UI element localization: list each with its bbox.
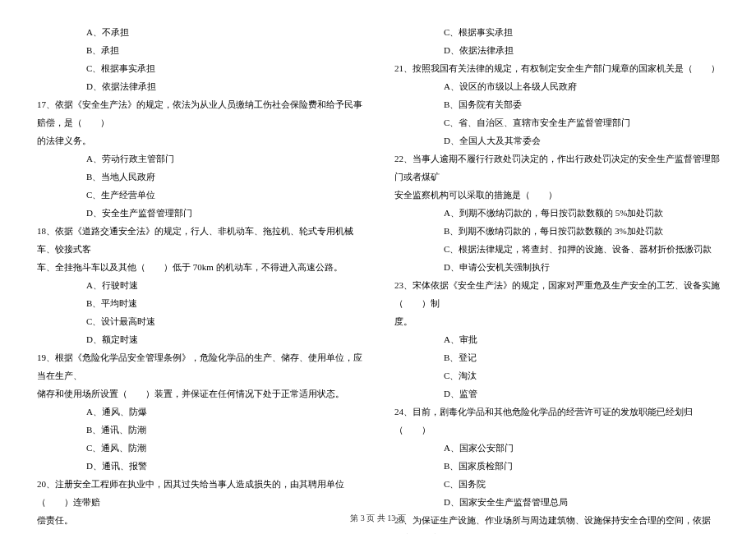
q19-option-b: B、通讯、防潮 [33,421,366,439]
q22-option-c: C、根据法律规定，将查封、扣押的设施、设备、器材折价抵缴罚款 [390,240,723,258]
q16-option-a: A、不承担 [33,23,366,41]
q16-option-b: B、承担 [33,41,366,59]
q17-option-b: B、当地人民政府 [33,168,366,186]
q18-option-b: B、平均时速 [33,294,366,312]
q19-option-d: D、通讯、报警 [33,457,366,475]
q16-option-c: C、根据事实承担 [33,59,366,77]
q23-text-line1: 23、宋体依据《安全生产法》的规定，国家对严重危及生产安全的工艺、设备实施（ ）… [390,276,723,312]
q19-option-c: C、通风、防潮 [33,439,366,457]
q20-option-a: A、不承担 [33,529,366,534]
q20-text-line1: 20、注册安全工程师在执业中，因其过失给当事人造成损失的，由其聘用单位（ ）连带… [33,475,366,511]
q19-text-line1: 19、根据《危险化学品安全管理条例》，危险化学品的生产、储存、使用单位，应当在生… [33,348,366,384]
q21-option-b: B、国务院有关部委 [390,95,723,113]
q21-text: 21、按照我国有关法律的规定，有权制定安全生产部门规章的国家机关是（ ） [390,59,723,77]
q17-option-a: A、劳动行政主管部门 [33,150,366,168]
q17-option-c: C、生产经营单位 [33,186,366,204]
q18-text-line1: 18、依据《道路交通安全法》的规定，行人、非机动车、拖拉机、轮式专用机械车、铰接… [33,222,366,258]
q20-option-d: D、依据法律承担 [390,41,723,59]
right-column: C、根据事实承担 D、依据法律承担 21、按照我国有关法律的规定，有权制定安全生… [390,23,723,534]
q24-option-d: D、国家安全生产监督管理总局 [390,493,723,511]
q18-option-c: C、设计最高时速 [33,312,366,330]
q22-option-b: B、到期不缴纳罚款的，每日按罚款数额的 3%加处罚款 [390,222,723,240]
q17-text-line2: 的法律义务。 [33,131,366,150]
q19-text-line2: 储存和使用场所设置（ ）装置，并保证在任何情况下处于正常适用状态。 [33,384,366,403]
q24-option-b: B、国家质检部门 [390,457,723,475]
q18-option-a: A、行驶时速 [33,276,366,294]
q22-text-line1: 22、当事人逾期不履行行政处罚决定的，作出行政处罚决定的安全生产监督管理部门或者… [390,150,723,186]
q22-text-line2: 安全监察机构可以采取的措施是（ ） [390,186,723,204]
q21-option-a: A、设区的市级以上各级人民政府 [390,77,723,95]
q17-text-line1: 17、依据《安全生产法》的规定，依法为从业人员缴纳工伤社会保险费和给予民事赔偿，… [33,95,366,131]
q17-option-d: D、安全生产监督管理部门 [33,204,366,222]
q19-option-a: A、通风、防爆 [33,403,366,421]
q24-option-a: A、国家公安部门 [390,439,723,457]
q20-option-c: C、根据事实承担 [390,23,723,41]
q21-option-d: D、全国人大及其常委会 [390,131,723,150]
q18-text-line2: 车、全挂拖斗车以及其他（ ）低于 70km 的机动车，不得进入高速公路。 [33,258,366,276]
q23-option-d: D、监管 [390,384,723,403]
q23-option-a: A、审批 [390,330,723,348]
q23-option-b: B、登记 [390,348,723,366]
q16-option-d: D、依据法律承担 [33,77,366,95]
q23-option-c: C、淘汰 [390,366,723,384]
left-column: A、不承担 B、承担 C、根据事实承担 D、依据法律承担 17、依据《安全生产法… [33,23,366,534]
q18-option-d: D、额定时速 [33,330,366,348]
q22-option-a: A、到期不缴纳罚款的，每日按罚款数额的 5%加处罚款 [390,204,723,222]
q21-option-c: C、省、自治区、直辖市安全生产监督管理部门 [390,113,723,131]
page-container: A、不承担 B、承担 C、根据事实承担 D、依据法律承担 17、依据《安全生产法… [0,0,756,534]
q24-option-c: C、国务院 [390,475,723,493]
page-footer: 第 3 页 共 13 页 [0,513,756,524]
q24-text: 24、目前，剧毒化学品和其他危险化学品的经营许可证的发放职能已经划归（ ） [390,403,723,439]
q23-text-line2: 度。 [390,312,723,330]
q22-option-d: D、申请公安机关强制执行 [390,258,723,276]
